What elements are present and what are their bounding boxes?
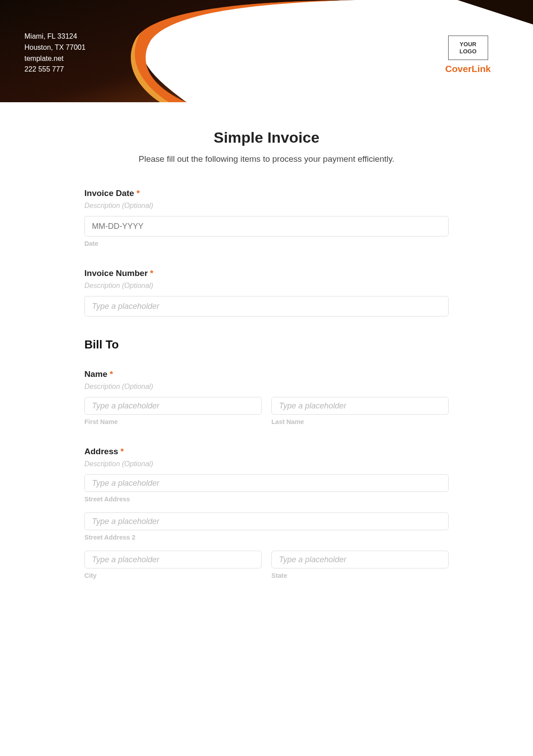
street-address2-input[interactable]: [84, 512, 449, 530]
address-desc: Description (Optional): [84, 460, 449, 468]
page-subtitle: Please fill out the following items to p…: [84, 154, 449, 164]
address-group: Address * Description (Optional) Street …: [84, 447, 449, 579]
sender-info: Miami, FL 33124 Houston, TX 77001 templa…: [24, 31, 86, 75]
invoice-number-desc: Description (Optional): [84, 282, 449, 290]
brand-name: CoverLink: [445, 64, 491, 74]
street-sublabel: Street Address: [84, 496, 449, 503]
label-text: Invoice Date: [84, 188, 134, 198]
form-content: Simple Invoice Please fill out the follo…: [76, 129, 457, 601]
logo-area: YOUR LOGO CoverLink: [445, 36, 491, 74]
info-line-1: Miami, FL 33124: [24, 31, 86, 42]
bill-to-heading: Bill To: [84, 338, 449, 352]
name-group: Name * Description (Optional) First Name…: [84, 369, 449, 425]
label-text: Name: [84, 369, 107, 379]
name-desc: Description (Optional): [84, 383, 449, 391]
required-mark: *: [110, 369, 113, 379]
first-name-input[interactable]: [84, 397, 262, 415]
state-input[interactable]: [271, 551, 449, 568]
address-label: Address *: [84, 447, 449, 456]
label-text: Invoice Number: [84, 268, 148, 278]
invoice-number-input[interactable]: [84, 296, 449, 316]
invoice-date-desc: Description (Optional): [84, 202, 449, 210]
invoice-date-label: Invoice Date *: [84, 188, 449, 198]
logo-placeholder: YOUR LOGO: [448, 36, 488, 60]
last-name-input[interactable]: [271, 397, 449, 415]
logo-text: YOUR LOGO: [460, 41, 477, 55]
page-title: Simple Invoice: [84, 129, 449, 146]
required-mark: *: [150, 268, 153, 278]
info-line-2: Houston, TX 77001: [24, 42, 86, 53]
invoice-number-group: Invoice Number * Description (Optional): [84, 268, 449, 316]
street-address-input[interactable]: [84, 474, 449, 492]
info-line-4: 222 555 777: [24, 64, 86, 75]
invoice-date-input[interactable]: [84, 216, 449, 236]
city-input[interactable]: [84, 551, 262, 568]
label-text: Address: [84, 447, 118, 456]
required-mark: *: [120, 447, 123, 456]
state-sublabel: State: [271, 572, 449, 579]
last-name-sublabel: Last Name: [271, 418, 449, 425]
street2-sublabel: Street Address 2: [84, 534, 449, 541]
info-line-3: template.net: [24, 53, 86, 64]
required-mark: *: [136, 188, 139, 198]
name-label: Name *: [84, 369, 449, 379]
invoice-date-sublabel: Date: [84, 240, 449, 247]
invoice-number-label: Invoice Number *: [84, 268, 449, 278]
city-sublabel: City: [84, 572, 262, 579]
page-header: Miami, FL 33124 Houston, TX 77001 templa…: [0, 0, 533, 102]
invoice-date-group: Invoice Date * Description (Optional) Da…: [84, 188, 449, 247]
first-name-sublabel: First Name: [84, 418, 262, 425]
